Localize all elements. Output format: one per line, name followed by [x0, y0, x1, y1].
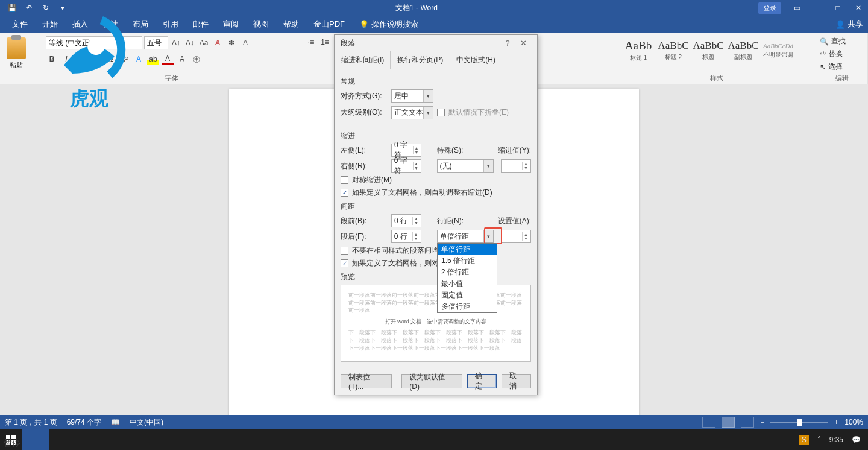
- spellcheck-icon[interactable]: 📖: [111, 418, 120, 426]
- line-option-exactly[interactable]: 固定值: [438, 290, 497, 301]
- read-mode-icon[interactable]: [702, 417, 715, 428]
- style-heading2[interactable]: AaBbC标题 2: [656, 36, 691, 65]
- tab-asian-typography[interactable]: 中文版式(H): [450, 51, 502, 69]
- auto-adjust-indent-label: 如果定义了文档网格，则自动调整右缩进(D): [352, 188, 492, 198]
- find-button[interactable]: 🔍查找: [820, 36, 864, 46]
- menu-view[interactable]: 视图: [246, 16, 276, 33]
- highlight-icon[interactable]: ab: [147, 53, 159, 65]
- char-border-icon[interactable]: A: [239, 37, 251, 49]
- print-layout-icon[interactable]: [722, 417, 735, 428]
- font-color-icon[interactable]: A: [162, 53, 174, 65]
- style-subtle-emphasis[interactable]: AaBbCcDd不明显强调: [761, 36, 796, 65]
- menu-file[interactable]: 文件: [5, 16, 35, 33]
- font-size-combo[interactable]: 五号: [144, 36, 168, 49]
- login-button[interactable]: 登录: [758, 2, 781, 14]
- tab-indent-spacing[interactable]: 缩进和间距(I): [335, 51, 391, 69]
- menu-references[interactable]: 引用: [156, 16, 186, 33]
- close-icon[interactable]: ✕: [849, 1, 868, 14]
- ribbon-display-icon[interactable]: ▭: [787, 1, 807, 14]
- tabs-button[interactable]: 制表位(T)...: [341, 374, 392, 388]
- menu-kingsoft-pdf[interactable]: 金山PDF: [306, 16, 352, 33]
- style-subtitle[interactable]: AaBbC副标题: [726, 36, 761, 65]
- menu-home[interactable]: 开始: [35, 16, 65, 33]
- left-indent-spinner[interactable]: 0 字符▲▼: [391, 144, 421, 157]
- mirror-indent-checkbox[interactable]: [341, 176, 348, 184]
- enclose-char-icon[interactable]: ㊥: [190, 53, 203, 65]
- snap-to-grid-checkbox[interactable]: ✓: [341, 259, 348, 267]
- taskbar-app-word[interactable]: [22, 429, 49, 450]
- superscript-icon[interactable]: X²: [118, 53, 130, 65]
- bold-icon[interactable]: B: [46, 53, 58, 65]
- replace-button[interactable]: ᵃᵇ替换: [820, 49, 864, 59]
- dialog-titlebar[interactable]: 段落 ? ✕: [335, 35, 537, 51]
- undo-icon[interactable]: ↶: [22, 1, 36, 14]
- zoom-slider[interactable]: [770, 422, 828, 423]
- cancel-button[interactable]: 取消: [502, 374, 531, 388]
- strikethrough-icon[interactable]: abc: [89, 53, 101, 65]
- auto-adjust-indent-checkbox[interactable]: ✓: [341, 189, 348, 197]
- outline-combo[interactable]: 正文文本▾: [391, 106, 433, 119]
- redo-icon[interactable]: ↻: [39, 1, 53, 14]
- select-button[interactable]: ↖选择: [820, 62, 864, 72]
- zoom-percent[interactable]: 100%: [844, 418, 863, 426]
- dialog-help-icon[interactable]: ?: [500, 39, 515, 48]
- menu-layout[interactable]: 布局: [125, 16, 156, 33]
- tray-up-icon[interactable]: ˄: [817, 436, 821, 444]
- word-count[interactable]: 69/74 个字: [67, 417, 101, 428]
- numbering-icon[interactable]: 1≡: [319, 36, 331, 48]
- clear-format-icon[interactable]: A̸: [212, 37, 224, 49]
- zoom-in-icon[interactable]: +: [834, 418, 838, 426]
- menu-design[interactable]: 设计: [95, 16, 125, 33]
- line-option-single[interactable]: 单倍行距: [438, 244, 497, 255]
- menu-mailings[interactable]: 邮件: [186, 16, 216, 33]
- ime-icon[interactable]: S: [799, 435, 809, 445]
- set-default-button[interactable]: 设为默认值(D): [401, 374, 462, 388]
- right-indent-spinner[interactable]: 0 字符▲▼: [391, 159, 421, 173]
- indent-by-spinner[interactable]: ▲▼: [501, 159, 531, 173]
- underline-icon[interactable]: U: [75, 53, 87, 65]
- no-space-same-style-checkbox[interactable]: [341, 247, 348, 255]
- zoom-out-icon[interactable]: −: [760, 418, 764, 426]
- language-status[interactable]: 中文(中国): [130, 417, 163, 428]
- space-before-spinner[interactable]: 0 行▲▼: [391, 214, 421, 227]
- space-after-spinner[interactable]: 0 行▲▼: [391, 230, 421, 243]
- share-button[interactable]: 👤 共享: [835, 19, 863, 30]
- web-layout-icon[interactable]: [741, 417, 754, 428]
- subscript-icon[interactable]: X₂: [104, 53, 116, 65]
- spacing-at-spinner[interactable]: ▲▼: [501, 230, 531, 243]
- paste-button[interactable]: 粘贴: [4, 37, 29, 69]
- notifications-icon[interactable]: 💬: [852, 436, 861, 444]
- font-name-combo[interactable]: 等线 (中文正文): [46, 36, 142, 49]
- save-icon[interactable]: 💾: [5, 1, 19, 14]
- page-count[interactable]: 第 1 页，共 1 页: [5, 417, 57, 428]
- qat-more-icon[interactable]: ▾: [55, 1, 70, 14]
- change-case-icon[interactable]: Aa: [198, 37, 210, 49]
- tell-me-search[interactable]: 💡 操作说明搜索: [352, 16, 426, 33]
- minimize-icon[interactable]: —: [808, 1, 827, 14]
- line-option-1-5[interactable]: 1.5 倍行距: [438, 255, 497, 267]
- grow-font-icon[interactable]: A↑: [170, 37, 182, 49]
- zoom-thumb[interactable]: [797, 419, 802, 426]
- ok-button[interactable]: 确定: [467, 374, 497, 388]
- line-option-double[interactable]: 2 倍行距: [438, 267, 497, 278]
- menu-help[interactable]: 帮助: [276, 16, 306, 33]
- menu-review[interactable]: 审阅: [216, 16, 246, 33]
- italic-icon[interactable]: I: [60, 53, 72, 65]
- maximize-icon[interactable]: □: [828, 1, 848, 14]
- bullets-icon[interactable]: ∙≡: [305, 36, 317, 48]
- menu-insert[interactable]: 插入: [65, 16, 95, 33]
- dialog-close-icon[interactable]: ✕: [515, 39, 531, 48]
- alignment-combo[interactable]: 居中▾: [391, 89, 433, 103]
- text-effects-icon[interactable]: A: [133, 53, 145, 65]
- clock[interactable]: 9:35: [829, 436, 843, 444]
- char-shading-icon[interactable]: A: [176, 53, 188, 65]
- phonetic-icon[interactable]: ✽: [225, 37, 237, 49]
- shrink-font-icon[interactable]: A↓: [184, 37, 196, 49]
- line-option-multiple[interactable]: 多倍行距: [438, 301, 497, 312]
- special-indent-combo[interactable]: (无)▾: [437, 159, 494, 173]
- line-spacing-combo[interactable]: 单倍行距▾: [437, 230, 494, 243]
- style-title[interactable]: AaBbC标题: [691, 36, 726, 65]
- line-option-atleast[interactable]: 最小值: [438, 278, 497, 290]
- style-heading1[interactable]: AaBb标题 1: [621, 36, 656, 65]
- tab-line-page-breaks[interactable]: 换行和分页(P): [391, 51, 450, 69]
